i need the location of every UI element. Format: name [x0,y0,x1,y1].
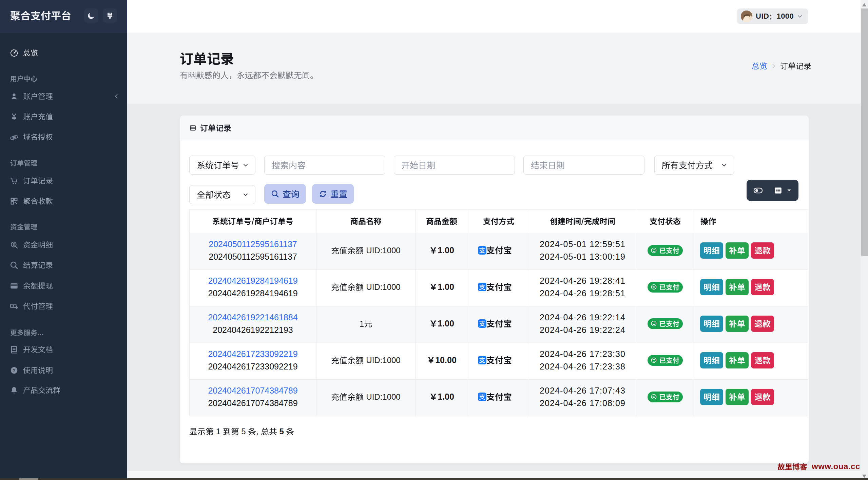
svg-text:$: $ [13,242,15,246]
svg-text:?: ? [13,368,15,373]
